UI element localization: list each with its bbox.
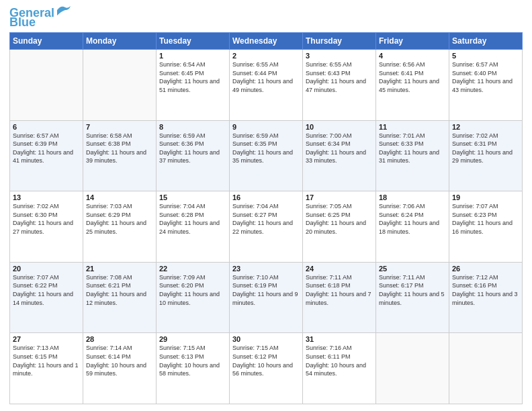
day-info: Sunrise: 7:12 AM Sunset: 6:16 PM Dayligh…: [452, 273, 519, 307]
calendar-cell: 12Sunrise: 7:02 AM Sunset: 6:31 PM Dayli…: [449, 120, 523, 191]
calendar-cell: 19Sunrise: 7:07 AM Sunset: 6:23 PM Dayli…: [449, 191, 523, 263]
day-info: Sunrise: 6:55 AM Sunset: 6:44 PM Dayligh…: [232, 60, 300, 94]
calendar-cell: 30Sunrise: 7:15 AM Sunset: 6:12 PM Dayli…: [230, 333, 303, 404]
calendar-cell: 3Sunrise: 6:55 AM Sunset: 6:43 PM Daylig…: [303, 50, 376, 121]
day-number: 31: [306, 335, 373, 343]
day-info: Sunrise: 7:05 AM Sunset: 6:25 PM Dayligh…: [306, 202, 373, 236]
day-number: 7: [86, 123, 153, 131]
day-info: Sunrise: 7:10 AM Sunset: 6:19 PM Dayligh…: [232, 273, 300, 307]
day-number: 14: [86, 193, 153, 201]
day-info: Sunrise: 7:16 AM Sunset: 6:11 PM Dayligh…: [306, 344, 373, 377]
logo: General Blue: [9, 7, 71, 28]
day-number: 18: [379, 193, 446, 201]
day-info: Sunrise: 6:58 AM Sunset: 6:38 PM Dayligh…: [86, 132, 153, 165]
day-number: 24: [306, 265, 373, 273]
day-info: Sunrise: 7:08 AM Sunset: 6:21 PM Dayligh…: [86, 273, 153, 307]
day-number: 6: [13, 123, 80, 131]
calendar-week-1: 1Sunrise: 6:54 AM Sunset: 6:45 PM Daylig…: [10, 50, 523, 121]
day-info: Sunrise: 6:59 AM Sunset: 6:35 PM Dayligh…: [232, 132, 300, 165]
calendar-cell: [83, 50, 157, 121]
day-number: 23: [232, 265, 300, 273]
day-number: 8: [159, 123, 226, 131]
day-number: 29: [159, 335, 226, 343]
day-number: 13: [13, 193, 80, 201]
header: General Blue: [9, 7, 523, 28]
calendar-cell: 11Sunrise: 7:01 AM Sunset: 6:33 PM Dayli…: [376, 120, 449, 191]
calendar-cell: 1Sunrise: 6:54 AM Sunset: 6:45 PM Daylig…: [157, 50, 230, 121]
day-info: Sunrise: 7:07 AM Sunset: 6:22 PM Dayligh…: [13, 273, 80, 307]
calendar-cell: 20Sunrise: 7:07 AM Sunset: 6:22 PM Dayli…: [10, 262, 83, 333]
day-info: Sunrise: 7:03 AM Sunset: 6:29 PM Dayligh…: [86, 202, 153, 236]
calendar-header-saturday: Saturday: [449, 33, 523, 50]
calendar-cell: 23Sunrise: 7:10 AM Sunset: 6:19 PM Dayli…: [230, 262, 303, 333]
calendar-cell: [376, 333, 449, 404]
day-info: Sunrise: 7:14 AM Sunset: 6:14 PM Dayligh…: [86, 344, 153, 377]
day-info: Sunrise: 7:15 AM Sunset: 6:13 PM Dayligh…: [159, 344, 226, 377]
day-number: 16: [232, 193, 300, 201]
day-info: Sunrise: 6:56 AM Sunset: 6:41 PM Dayligh…: [379, 60, 446, 94]
day-number: 27: [13, 335, 80, 343]
day-number: 22: [159, 265, 226, 273]
calendar-cell: 7Sunrise: 6:58 AM Sunset: 6:38 PM Daylig…: [83, 120, 157, 191]
day-info: Sunrise: 7:04 AM Sunset: 6:28 PM Dayligh…: [159, 202, 226, 236]
day-info: Sunrise: 6:57 AM Sunset: 6:39 PM Dayligh…: [13, 132, 80, 165]
day-number: 5: [452, 52, 519, 60]
logo-blue: Blue: [9, 16, 36, 28]
calendar-header-row: SundayMondayTuesdayWednesdayThursdayFrid…: [10, 33, 523, 50]
day-info: Sunrise: 6:57 AM Sunset: 6:40 PM Dayligh…: [452, 60, 519, 94]
calendar-cell: [10, 50, 83, 121]
day-number: 3: [306, 52, 373, 60]
calendar-table: SundayMondayTuesdayWednesdayThursdayFrid…: [9, 32, 523, 404]
day-number: 26: [452, 265, 519, 273]
calendar-cell: 6Sunrise: 6:57 AM Sunset: 6:39 PM Daylig…: [10, 120, 83, 191]
day-number: 28: [86, 335, 153, 343]
day-number: 2: [232, 52, 300, 60]
day-info: Sunrise: 7:13 AM Sunset: 6:15 PM Dayligh…: [13, 344, 80, 377]
day-number: 19: [452, 193, 519, 201]
day-info: Sunrise: 6:55 AM Sunset: 6:43 PM Dayligh…: [306, 60, 373, 94]
day-info: Sunrise: 7:02 AM Sunset: 6:30 PM Dayligh…: [13, 202, 80, 236]
day-number: 15: [159, 193, 226, 201]
calendar-cell: 29Sunrise: 7:15 AM Sunset: 6:13 PM Dayli…: [157, 333, 230, 404]
calendar-cell: 27Sunrise: 7:13 AM Sunset: 6:15 PM Dayli…: [10, 333, 83, 404]
day-info: Sunrise: 6:54 AM Sunset: 6:45 PM Dayligh…: [159, 60, 226, 94]
calendar-cell: 10Sunrise: 7:00 AM Sunset: 6:34 PM Dayli…: [303, 120, 376, 191]
day-info: Sunrise: 7:07 AM Sunset: 6:23 PM Dayligh…: [452, 202, 519, 236]
calendar-cell: 13Sunrise: 7:02 AM Sunset: 6:30 PM Dayli…: [10, 191, 83, 263]
calendar-cell: 2Sunrise: 6:55 AM Sunset: 6:44 PM Daylig…: [230, 50, 303, 121]
calendar-cell: 17Sunrise: 7:05 AM Sunset: 6:25 PM Dayli…: [303, 191, 376, 263]
calendar-cell: 31Sunrise: 7:16 AM Sunset: 6:11 PM Dayli…: [303, 333, 376, 404]
day-number: 17: [306, 193, 373, 201]
day-info: Sunrise: 7:11 AM Sunset: 6:17 PM Dayligh…: [379, 273, 446, 307]
calendar-header-sunday: Sunday: [10, 33, 83, 50]
calendar-cell: 22Sunrise: 7:09 AM Sunset: 6:20 PM Dayli…: [157, 262, 230, 333]
calendar-header-friday: Friday: [376, 33, 449, 50]
day-number: 9: [232, 123, 300, 131]
calendar-cell: 28Sunrise: 7:14 AM Sunset: 6:14 PM Dayli…: [83, 333, 157, 404]
calendar-cell: 14Sunrise: 7:03 AM Sunset: 6:29 PM Dayli…: [83, 191, 157, 263]
day-number: 25: [379, 265, 446, 273]
day-info: Sunrise: 7:00 AM Sunset: 6:34 PM Dayligh…: [306, 132, 373, 165]
day-number: 4: [379, 52, 446, 60]
day-info: Sunrise: 7:09 AM Sunset: 6:20 PM Dayligh…: [159, 273, 226, 307]
day-info: Sunrise: 6:59 AM Sunset: 6:36 PM Dayligh…: [159, 132, 226, 165]
page-container: General Blue SundayMondayTuesdayWednesda…: [0, 0, 532, 411]
calendar-cell: 18Sunrise: 7:06 AM Sunset: 6:24 PM Dayli…: [376, 191, 449, 263]
calendar-cell: 4Sunrise: 6:56 AM Sunset: 6:41 PM Daylig…: [376, 50, 449, 121]
calendar-header-thursday: Thursday: [303, 33, 376, 50]
calendar-header-tuesday: Tuesday: [157, 33, 230, 50]
day-info: Sunrise: 7:06 AM Sunset: 6:24 PM Dayligh…: [379, 202, 446, 236]
calendar-cell: 16Sunrise: 7:04 AM Sunset: 6:27 PM Dayli…: [230, 191, 303, 263]
calendar-cell: 24Sunrise: 7:11 AM Sunset: 6:18 PM Dayli…: [303, 262, 376, 333]
day-info: Sunrise: 7:04 AM Sunset: 6:27 PM Dayligh…: [232, 202, 300, 236]
day-number: 21: [86, 265, 153, 273]
day-number: 11: [379, 123, 446, 131]
calendar-cell: 8Sunrise: 6:59 AM Sunset: 6:36 PM Daylig…: [157, 120, 230, 191]
calendar-week-5: 27Sunrise: 7:13 AM Sunset: 6:15 PM Dayli…: [10, 333, 523, 404]
calendar-week-3: 13Sunrise: 7:02 AM Sunset: 6:30 PM Dayli…: [10, 191, 523, 263]
calendar-cell: 9Sunrise: 6:59 AM Sunset: 6:35 PM Daylig…: [230, 120, 303, 191]
calendar-cell: 21Sunrise: 7:08 AM Sunset: 6:21 PM Dayli…: [83, 262, 157, 333]
day-info: Sunrise: 7:01 AM Sunset: 6:33 PM Dayligh…: [379, 132, 446, 165]
calendar-cell: 5Sunrise: 6:57 AM Sunset: 6:40 PM Daylig…: [449, 50, 523, 121]
day-number: 1: [159, 52, 226, 60]
